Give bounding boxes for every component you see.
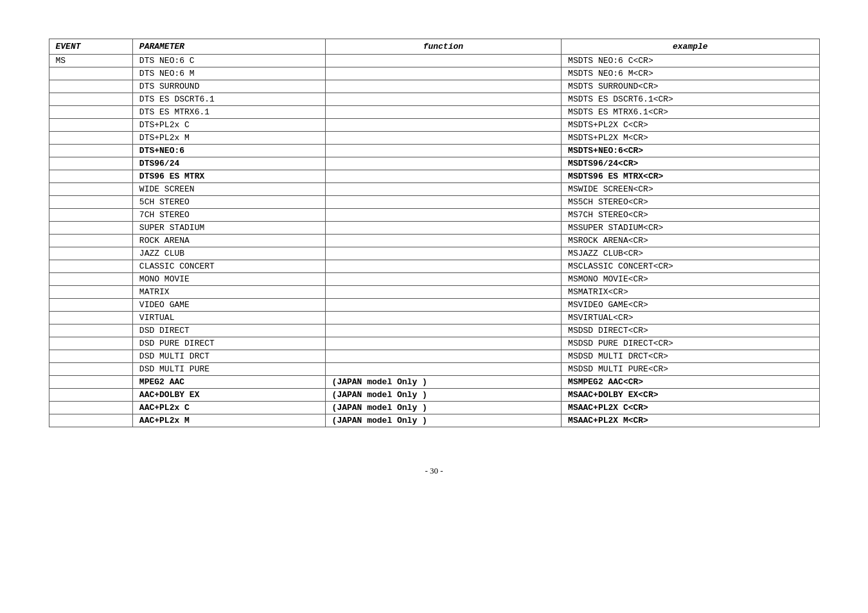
cell-function: [325, 209, 562, 222]
cell-function: [325, 222, 562, 235]
cell-function: [325, 363, 562, 376]
cell-parameter: 7CH STEREO: [132, 209, 325, 222]
table-row: DTS+NEO:6MSDTS+NEO:6<CR>: [49, 145, 819, 157]
main-table: EVENT PARAMETER function example MSDTS N…: [49, 39, 820, 427]
cell-parameter: DTS SURROUND: [132, 80, 325, 93]
cell-function: [325, 299, 562, 312]
cell-function: [325, 183, 562, 196]
cell-event: [49, 389, 132, 402]
cell-event: [49, 196, 132, 209]
table-row: ROCK ARENAMSROCK ARENA<CR>: [49, 235, 819, 247]
cell-example: MSVIDEO GAME<CR>: [562, 299, 819, 312]
cell-example: MSDSD MULTI DRCT<CR>: [562, 350, 819, 363]
cell-example: MSDTS+PL2X C<CR>: [562, 119, 819, 132]
table-row: DTS96/24MSDTS96/24<CR>: [49, 157, 819, 170]
cell-function: [325, 273, 562, 286]
table-row: VIDEO GAMEMSVIDEO GAME<CR>: [49, 299, 819, 312]
cell-example: MSMATRIX<CR>: [562, 286, 819, 299]
table-row: DTS96 ES MTRXMSDTS96 ES MTRX<CR>: [49, 170, 819, 183]
cell-parameter: MPEG2 AAC: [132, 376, 325, 389]
cell-parameter: DTS ES DSCRT6.1: [132, 93, 325, 106]
cell-example: MSMPEG2 AAC<CR>: [562, 376, 819, 389]
cell-example: MSJAZZ CLUB<CR>: [562, 247, 819, 260]
cell-parameter: DTS NEO:6 M: [132, 67, 325, 80]
cell-example: MSDSD DIRECT<CR>: [562, 324, 819, 337]
cell-example: MSDTS SURROUND<CR>: [562, 80, 819, 93]
cell-parameter: DTS+PL2x C: [132, 119, 325, 132]
cell-function: [325, 80, 562, 93]
col-header-function: function: [325, 39, 562, 55]
cell-parameter: DTS ES MTRX6.1: [132, 106, 325, 119]
cell-parameter: 5CH STEREO: [132, 196, 325, 209]
cell-function: [325, 170, 562, 183]
table-row: DTS ES MTRX6.1MSDTS ES MTRX6.1<CR>: [49, 106, 819, 119]
cell-example: MSROCK ARENA<CR>: [562, 235, 819, 247]
cell-example: MSDSD MULTI PURE<CR>: [562, 363, 819, 376]
cell-event: [49, 337, 132, 350]
cell-function: [325, 235, 562, 247]
cell-event: [49, 157, 132, 170]
cell-parameter: MONO MOVIE: [132, 273, 325, 286]
table-row: DTS ES DSCRT6.1MSDTS ES DSCRT6.1<CR>: [49, 93, 819, 106]
cell-example: MS7CH STEREO<CR>: [562, 209, 819, 222]
cell-example: MSDTS NEO:6 C<CR>: [562, 55, 819, 67]
cell-event: [49, 93, 132, 106]
cell-example: MSDTS+PL2X M<CR>: [562, 132, 819, 145]
cell-parameter: DTS NEO:6 C: [132, 55, 325, 67]
cell-event: [49, 324, 132, 337]
cell-function: (JAPAN model Only ): [325, 414, 562, 427]
cell-example: MSDTS NEO:6 M<CR>: [562, 67, 819, 80]
cell-parameter: DTS+NEO:6: [132, 145, 325, 157]
cell-function: [325, 260, 562, 273]
cell-function: [325, 106, 562, 119]
cell-event: [49, 350, 132, 363]
cell-parameter: AAC+DOLBY EX: [132, 389, 325, 402]
cell-parameter: DTS96 ES MTRX: [132, 170, 325, 183]
cell-event: [49, 222, 132, 235]
table-row: DSD MULTI PUREMSDSD MULTI PURE<CR>: [49, 363, 819, 376]
cell-example: MSCLASSIC CONCERT<CR>: [562, 260, 819, 273]
cell-parameter: VIRTUAL: [132, 312, 325, 324]
cell-parameter: AAC+PL2x C: [132, 402, 325, 414]
cell-function: (JAPAN model Only ): [325, 402, 562, 414]
cell-example: MSDSD PURE DIRECT<CR>: [562, 337, 819, 350]
cell-function: [325, 93, 562, 106]
table-row: AAC+PL2x C(JAPAN model Only )MSAAC+PL2X …: [49, 402, 819, 414]
cell-event: [49, 235, 132, 247]
cell-example: MSMONO MOVIE<CR>: [562, 273, 819, 286]
cell-parameter: MATRIX: [132, 286, 325, 299]
cell-function: [325, 312, 562, 324]
table-row: MSDTS NEO:6 CMSDTS NEO:6 C<CR>: [49, 55, 819, 67]
cell-parameter: SUPER STADIUM: [132, 222, 325, 235]
cell-function: (JAPAN model Only ): [325, 376, 562, 389]
cell-event: [49, 312, 132, 324]
table-row: 5CH STEREOMS5CH STEREO<CR>: [49, 196, 819, 209]
cell-event: [49, 132, 132, 145]
table-row: CLASSIC CONCERTMSCLASSIC CONCERT<CR>: [49, 260, 819, 273]
cell-example: MSDTS+NEO:6<CR>: [562, 145, 819, 157]
table-row: 7CH STEREOMS7CH STEREO<CR>: [49, 209, 819, 222]
table-row: MATRIXMSMATRIX<CR>: [49, 286, 819, 299]
cell-event: [49, 183, 132, 196]
table-row: MPEG2 AAC(JAPAN model Only )MSMPEG2 AAC<…: [49, 376, 819, 389]
cell-event: [49, 80, 132, 93]
cell-event: [49, 145, 132, 157]
cell-event: [49, 402, 132, 414]
cell-function: [325, 132, 562, 145]
page-content: EVENT PARAMETER function example MSDTS N…: [49, 39, 820, 476]
table-row: WIDE SCREENMSWIDE SCREEN<CR>: [49, 183, 819, 196]
cell-parameter: DSD MULTI DRCT: [132, 350, 325, 363]
cell-parameter: ROCK ARENA: [132, 235, 325, 247]
table-row: DTS+PL2x MMSDTS+PL2X M<CR>: [49, 132, 819, 145]
table-row: DSD PURE DIRECTMSDSD PURE DIRECT<CR>: [49, 337, 819, 350]
cell-example: MSWIDE SCREEN<CR>: [562, 183, 819, 196]
cell-event: [49, 119, 132, 132]
table-row: DSD MULTI DRCTMSDSD MULTI DRCT<CR>: [49, 350, 819, 363]
table-row: SUPER STADIUMMSSUPER STADIUM<CR>: [49, 222, 819, 235]
table-row: VIRTUALMSVIRTUAL<CR>: [49, 312, 819, 324]
cell-function: [325, 337, 562, 350]
cell-example: MSAAC+DOLBY EX<CR>: [562, 389, 819, 402]
cell-example: MSDTS ES MTRX6.1<CR>: [562, 106, 819, 119]
cell-event: [49, 247, 132, 260]
col-header-event: EVENT: [49, 39, 132, 55]
